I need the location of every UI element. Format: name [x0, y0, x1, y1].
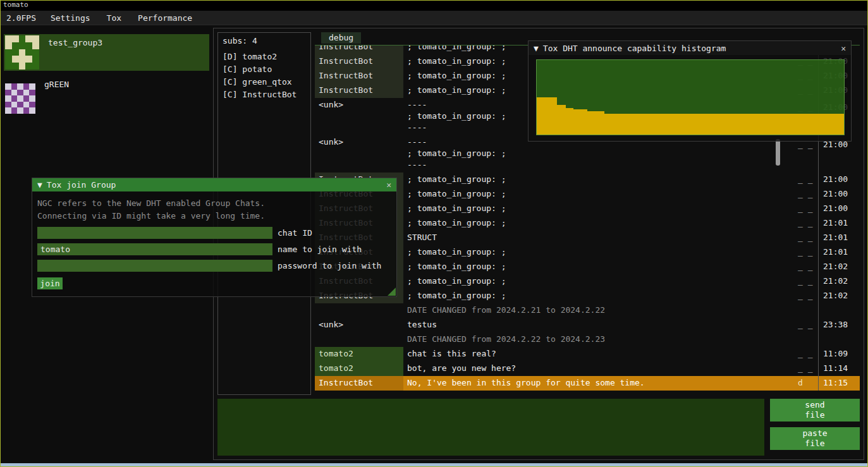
- avatar-pixel: [23, 83, 30, 90]
- window-title: tomato: [3, 1, 28, 9]
- chat-message-row: tomato2bot, are you new here?_ _11:14: [315, 361, 860, 376]
- chat-message-row: InstructBotNo, I've been in this group f…: [315, 376, 860, 391]
- message-scrollbar[interactable]: [776, 139, 780, 166]
- avatar-pixel: [5, 95, 11, 102]
- join-group-titlebar[interactable]: ▼ Tox join Group ✕: [32, 178, 396, 191]
- message-time: 11:09: [818, 347, 860, 361]
- message-flags: _ _: [797, 274, 818, 289]
- message-text: No, I've been in this group for quite so…: [403, 376, 797, 391]
- message-flags: _ _: [797, 318, 818, 332]
- message-flags: [797, 303, 818, 318]
- message-flags: _ _: [797, 347, 818, 361]
- message-author: <unk>: [315, 318, 403, 332]
- message-time: 23:38: [818, 318, 860, 332]
- field-label: name to join with: [278, 245, 362, 254]
- message-text: ; tomato_in_group: ;: [403, 202, 797, 216]
- message-time: 21:01: [818, 245, 860, 260]
- avatar-pixel: [11, 102, 18, 108]
- message-author: InstructBot: [315, 69, 403, 83]
- member-item[interactable]: [C] potato: [223, 63, 306, 76]
- message-time: 11:14: [818, 361, 860, 376]
- histogram-bar: [587, 111, 604, 135]
- password-to-join-with-input[interactable]: [37, 260, 272, 272]
- message-author: InstructBot: [315, 45, 403, 54]
- avatar-pixel: [12, 56, 19, 63]
- date-changed-row: DATE CHANGED from 2024.2.22 to 2024.2.23: [315, 332, 860, 347]
- window-titlebar: tomato: [0, 0, 868, 11]
- avatar-pixel: [5, 42, 12, 49]
- avatar-pixel: [19, 49, 26, 56]
- field-label: password to join with: [278, 261, 381, 270]
- avatar-pixel: [5, 90, 11, 96]
- histogram-bar: [573, 109, 587, 135]
- message-flags: _ _: [797, 231, 818, 245]
- member-item[interactable]: [C] InstructBot: [223, 88, 306, 101]
- message-time: [818, 332, 860, 347]
- member-list: [D] tomato2[C] potato[C] green_qtox[C] I…: [223, 51, 306, 101]
- message-input[interactable]: [217, 399, 764, 456]
- avatar-pixel: [29, 90, 35, 96]
- join-button[interactable]: join: [37, 277, 63, 289]
- tab-debug[interactable]: debug: [321, 32, 361, 44]
- message-author: [315, 332, 403, 347]
- compose-area: send file paste file: [217, 399, 860, 456]
- message-author: [315, 303, 403, 318]
- member-item[interactable]: [C] green_qtox: [223, 76, 306, 88]
- send-file-button[interactable]: send file: [770, 399, 860, 422]
- menu-performance[interactable]: Performance: [130, 13, 200, 23]
- collapse-icon[interactable]: ▼: [37, 180, 42, 190]
- avatar-pixel: [5, 107, 11, 114]
- message-flags: [797, 332, 818, 347]
- message-time: 21:01: [818, 231, 860, 245]
- join-group-title: Tox join Group: [47, 180, 116, 190]
- chat-ID-input[interactable]: [37, 227, 272, 239]
- message-text: chat is this real?: [403, 347, 797, 361]
- avatar-pixel: [12, 63, 19, 70]
- subs-count: subs: 4: [223, 36, 306, 45]
- message-flags: _ _: [797, 361, 818, 376]
- close-icon[interactable]: ✕: [386, 180, 391, 190]
- message-author: <unk>: [315, 135, 403, 173]
- member-item[interactable]: [D] tomato2: [223, 51, 306, 63]
- avatar-pixel: [23, 95, 30, 102]
- name-to-join-with-input[interactable]: [37, 243, 272, 255]
- group-name: gREEN: [44, 80, 69, 114]
- field-label: chat ID: [278, 228, 312, 238]
- fps-counter: 2.0FPS: [0, 13, 42, 23]
- close-icon[interactable]: ✕: [841, 44, 846, 53]
- message-text: testus: [403, 318, 797, 332]
- message-text: bot, are you new here?: [403, 361, 797, 376]
- message-time: 21:02: [818, 289, 860, 303]
- dht-histogram-title: Tox DHT announce capability histogram: [543, 44, 726, 53]
- dht-histogram-titlebar[interactable]: ▼ Tox DHT announce capability histogram …: [529, 41, 851, 55]
- menu-tox[interactable]: Tox: [99, 13, 130, 23]
- collapse-icon[interactable]: ▼: [534, 44, 539, 53]
- avatar-pixel: [25, 56, 32, 63]
- menu-bar: 2.0FPS Settings Tox Performance: [0, 11, 868, 25]
- avatar-pixel: [19, 56, 26, 63]
- avatar-pixel: [32, 35, 39, 42]
- sidebar-item-test-group3[interactable]: test_group3: [4, 34, 209, 71]
- message-flags: _ _: [797, 187, 818, 202]
- avatar-pixel: [5, 102, 11, 108]
- avatar-pixel: [19, 63, 26, 70]
- sidebar-item-green[interactable]: gREEN: [4, 76, 209, 115]
- menu-settings[interactable]: Settings: [42, 13, 99, 23]
- group-avatar: [5, 35, 39, 70]
- message-time: 21:02: [818, 274, 860, 289]
- avatar-pixel: [11, 95, 18, 102]
- avatar-pixel: [17, 107, 23, 114]
- message-time: 21:01: [818, 216, 860, 231]
- avatar-pixel: [23, 107, 30, 114]
- avatar-pixel: [29, 102, 35, 108]
- message-text: ; tomato_in_group: ;: [403, 245, 797, 260]
- avatar-pixel: [12, 35, 19, 42]
- histogram-plot: [536, 59, 845, 135]
- date-changed-text: DATE CHANGED from 2024.2.22 to 2024.2.23: [403, 332, 797, 347]
- paste-file-button[interactable]: paste file: [770, 427, 860, 450]
- message-flags: _ _: [797, 202, 818, 216]
- histogram-bar: [557, 105, 566, 135]
- message-author: InstructBot: [315, 376, 403, 391]
- resize-grip[interactable]: [388, 288, 396, 296]
- histogram-bar: [537, 97, 557, 135]
